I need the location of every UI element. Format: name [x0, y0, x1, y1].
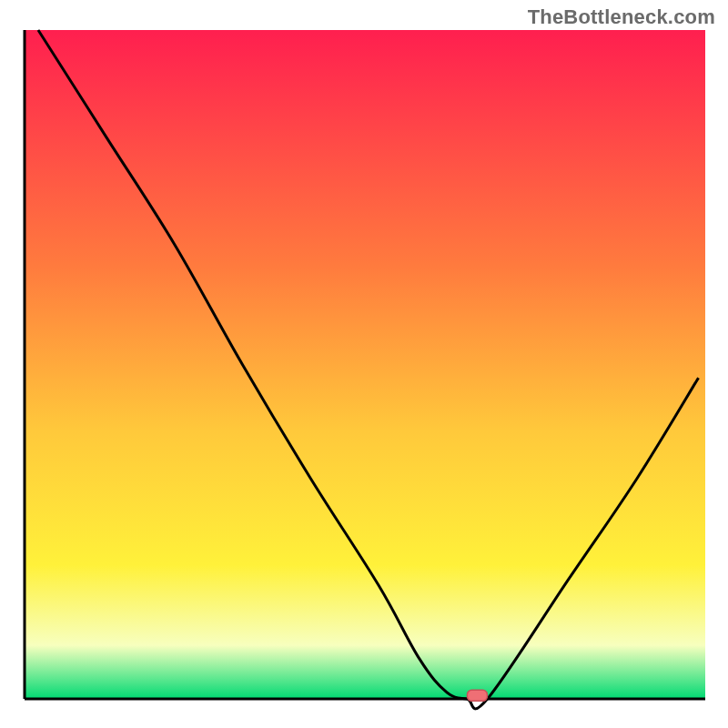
watermark-text: TheBottleneck.com	[528, 5, 715, 29]
plot-background	[25, 30, 705, 699]
bottleneck-marker	[467, 690, 487, 701]
chart-container: { "watermark": "TheBottleneck.com", "cha…	[0, 0, 728, 728]
bottleneck-chart	[0, 0, 728, 728]
